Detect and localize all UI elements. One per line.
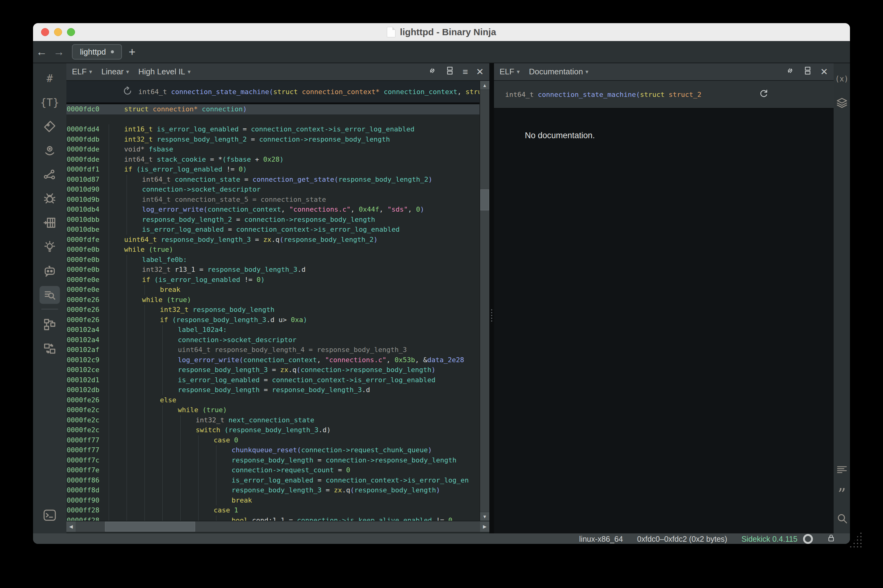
documentation-pane: ELF▾ Documentation▾ ✕ — [494, 63, 833, 533]
sidekick-version-label: Sidekick 0.4.115 — [741, 535, 797, 544]
status-bar: linux-x86_64 0xfdc0–0xfdc2 (0x2 bytes) S… — [33, 533, 850, 544]
code-line[interactable]: 0000ff77chunkqueue_reset(connection->req… — [66, 445, 489, 455]
documentation-body: No documentation. — [494, 109, 833, 140]
code-line[interactable]: 000102c9log_error_write(connection_conte… — [66, 355, 489, 365]
graph-icon[interactable] — [43, 163, 57, 187]
window-resize-grip[interactable] — [849, 528, 863, 548]
code-line[interactable] — [66, 114, 489, 124]
code-line[interactable]: 0000fe0blabel_fe0b: — [66, 255, 489, 265]
document-icon — [387, 27, 396, 38]
code-line[interactable]: 0000fddevoid* fsbase — [66, 144, 489, 154]
edit-document-icon[interactable] — [777, 81, 833, 108]
close-pane-icon[interactable]: ✕ — [820, 66, 828, 77]
vertical-scrollbar-thumb[interactable] — [480, 189, 489, 210]
memory-table-icon[interactable] — [43, 211, 57, 235]
code-line[interactable]: 00010dbbresponse_body_length_2 = connect… — [66, 215, 489, 225]
pane-splitter[interactable] — [489, 63, 494, 533]
panel-type-dropdown[interactable]: Documentation▾ — [529, 67, 588, 76]
horizontal-scrollbar[interactable]: ◀ ▶ — [66, 521, 489, 532]
close-pane-icon[interactable]: ✕ — [476, 66, 484, 77]
code-line[interactable]: 0000fe0eif (is_error_log_enabled != 0) — [66, 275, 489, 285]
debugger-bug-icon[interactable] — [43, 187, 57, 211]
split-pane-icon[interactable] — [445, 66, 454, 78]
code-line[interactable]: 0000fe0bwhile (true) — [66, 244, 489, 255]
stack-layers-icon[interactable] — [836, 91, 848, 115]
code-line[interactable]: 000102d1is_error_log_enabled = connectio… — [66, 375, 489, 386]
sidekick-robot-icon[interactable] — [43, 259, 57, 283]
splitter-grip-icon — [490, 309, 493, 323]
back-button[interactable]: ← — [33, 45, 50, 58]
cross-references-icon[interactable]: # — [47, 66, 53, 90]
new-tab-button[interactable]: + — [129, 45, 135, 58]
scroll-left-button[interactable]: ◀ — [66, 521, 76, 532]
code-line[interactable]: 00010d9bint64_t connection_state_5 = con… — [66, 195, 489, 205]
scroll-up-button[interactable]: ▲ — [480, 81, 489, 90]
code-line[interactable]: 0000fdd4int16_t is_error_log_enabled = c… — [66, 124, 489, 135]
scroll-down-button[interactable]: ▼ — [480, 512, 489, 521]
code-line[interactable]: 0000fe26int32_t response_body_length — [66, 305, 489, 315]
code-line[interactable]: 00010d90connection->socket_descriptor — [66, 184, 489, 195]
code-line[interactable]: 0000fe26if (response_body_length_3.d u> … — [66, 315, 489, 325]
code-line[interactable]: 0000fdf1if (is_error_log_enabled != 0) — [66, 164, 489, 175]
split-pane-icon[interactable] — [803, 66, 812, 78]
code-line[interactable]: 0000fe0bint32_t r13_1 = response_body_le… — [66, 265, 489, 275]
tags-icon[interactable] — [43, 114, 57, 138]
code-line[interactable]: 0000fe26else — [66, 395, 489, 405]
types-icon[interactable]: {T} — [40, 90, 59, 114]
find-results-icon[interactable] — [39, 286, 60, 304]
lightbulb-icon[interactable] — [43, 235, 57, 259]
code-line[interactable]: 0000ff28case 1 — [66, 506, 489, 516]
memory-map-pin-icon[interactable] — [43, 138, 57, 163]
tab-lighttpd[interactable]: lighttpd — [72, 44, 122, 60]
titlebar[interactable]: lighttpd - Binary Ninja — [33, 23, 850, 41]
stack-view-icon[interactable] — [43, 337, 57, 361]
scroll-right-button[interactable]: ▶ — [480, 521, 489, 532]
code-line[interactable]: 0000ff7cresponse_body_length = connectio… — [66, 455, 489, 465]
mini-graph-icon[interactable] — [43, 312, 57, 337]
code-line[interactable]: 000102ceresponse_body_length_3 = zx.q(co… — [66, 365, 489, 375]
lock-icon[interactable] — [827, 533, 835, 544]
variables-panel-icon[interactable]: (x) — [835, 67, 848, 91]
vertical-scrollbar[interactable]: ▲ ▼ — [480, 81, 489, 521]
sidekick-status[interactable]: Sidekick 0.4.115 — [741, 534, 813, 544]
chevron-down-icon: ▾ — [126, 68, 129, 75]
code-line[interactable]: 0000fe2cwhile (true) — [66, 405, 489, 415]
code-line[interactable]: 000102afuint64_t response_body_length_4 … — [66, 345, 489, 355]
sync-link-icon[interactable] — [427, 66, 437, 78]
code-line[interactable]: 0000ff77case 0 — [66, 435, 489, 446]
view-type-dropdown[interactable]: Linear▾ — [101, 67, 129, 76]
code-line[interactable]: 0000fe26while (true) — [66, 295, 489, 305]
code-line[interactable]: 00010dbeis_error_log_enabled = connectio… — [66, 225, 489, 235]
code-line[interactable]: 0000ff8dresponse_body_length_3 = zx.q(re… — [66, 485, 489, 495]
function-signature-row[interactable]: int64_t connection_state_machine(struct … — [66, 81, 489, 104]
quotes-strings-icon[interactable]: ” — [838, 482, 846, 506]
code-line[interactable]: 0000fe2cswitch (response_body_length_3.d… — [66, 425, 489, 435]
terminal-icon[interactable] — [43, 503, 57, 527]
code-line[interactable]: 000102a4connection->socket_descriptor — [66, 335, 489, 345]
code-line[interactable]: 0000ff86is_error_log_enabled = connectio… — [66, 476, 489, 486]
code-line[interactable]: 0000fddbint32_t response_body_length_2 =… — [66, 135, 489, 145]
search-icon[interactable] — [836, 506, 848, 530]
code-line[interactable]: 00010db4log_error_write(connection_conte… — [66, 204, 489, 215]
no-documentation-text: No documentation. — [525, 131, 595, 140]
code-line[interactable]: 0000fe2cint32_t next_connection_state — [66, 415, 489, 425]
code-line[interactable]: 000102dbresponse_body_length = response_… — [66, 385, 489, 395]
binary-format-dropdown[interactable]: ELF▾ — [499, 67, 520, 76]
horizontal-scrollbar-thumb[interactable] — [105, 522, 195, 531]
code-line[interactable]: 0000fdc0struct connection* connection) — [66, 104, 489, 114]
code-line[interactable]: 00010d87int64_t connection_state = conne… — [66, 175, 489, 185]
forward-button[interactable]: → — [50, 45, 68, 58]
pane-menu-icon[interactable]: ≡ — [462, 67, 468, 77]
code-line[interactable]: 000102a4label_102a4: — [66, 325, 489, 335]
code-line[interactable]: 0000fdfeuint64_t response_body_length_3 … — [66, 235, 489, 245]
code-line[interactable]: 0000ff7econnection->request_count = 0 — [66, 465, 489, 476]
chevron-down-icon: ▾ — [585, 68, 588, 75]
sync-link-icon[interactable] — [785, 66, 795, 78]
code-line[interactable]: 0000fe0ebreak — [66, 285, 489, 295]
code-line[interactable]: 0000fddeint64_t stack_cookie = *(fsbase … — [66, 154, 489, 165]
code-line[interactable]: 0000ff90break — [66, 495, 489, 506]
il-level-dropdown[interactable]: High Level IL▾ — [138, 67, 191, 76]
binary-format-dropdown[interactable]: ELF▾ — [72, 67, 92, 76]
log-lines-icon[interactable] — [836, 458, 848, 482]
refresh-icon[interactable] — [701, 81, 769, 108]
